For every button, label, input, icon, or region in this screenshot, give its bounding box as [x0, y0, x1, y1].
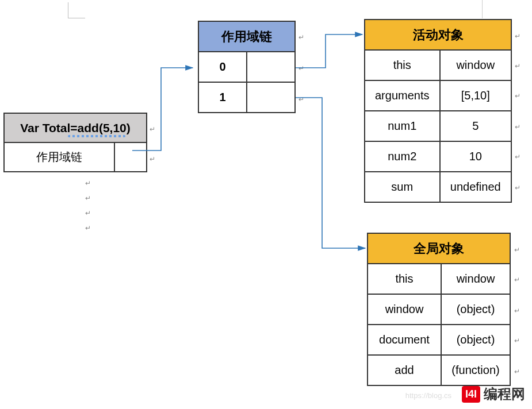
- scope-chain-title: 作用域链: [198, 21, 295, 52]
- global-obj-val: (object): [441, 294, 510, 325]
- para-mark: ↵: [85, 194, 91, 202]
- cell-mark: ↵: [515, 184, 520, 192]
- scope-chain-index: 1: [198, 82, 247, 113]
- source-box-ref-cell: [114, 142, 147, 172]
- watermark-url: https://blog.cs: [405, 391, 451, 400]
- active-obj-val: 5: [440, 111, 512, 141]
- source-box: Var Total=add(5,10) 作用域链: [3, 113, 147, 172]
- cell-mark: ↵: [514, 337, 520, 345]
- global-obj-val: window: [441, 264, 510, 294]
- scope-chain-ref: [247, 82, 295, 113]
- cell-mark: ↵: [514, 368, 520, 376]
- cell-mark: ↵: [515, 123, 520, 131]
- global-obj-val: (function): [441, 355, 510, 385]
- active-obj-val: 10: [440, 141, 512, 172]
- global-obj-key: add: [368, 355, 441, 385]
- cell-mark: ↵: [298, 95, 304, 103]
- scope-chain-table: 作用域链 0 1: [198, 21, 296, 113]
- active-obj-val: [5,10]: [440, 80, 512, 111]
- para-mark: ↵: [85, 224, 91, 232]
- margin-line-right: [482, 0, 483, 18]
- arrow-scope0-to-active: [296, 34, 362, 68]
- global-obj-val: (object): [441, 325, 510, 355]
- cell-mark: ↵: [150, 155, 155, 163]
- active-obj-key: num2: [365, 141, 440, 172]
- global-obj-key: document: [368, 325, 441, 355]
- cell-mark: ↵: [298, 33, 304, 41]
- global-obj-key: window: [368, 294, 441, 325]
- global-obj-key: this: [368, 264, 441, 294]
- arrow-scope1-to-global: [296, 98, 365, 248]
- global-object-table: 全局对象 this window window (object) documen…: [367, 233, 511, 386]
- watermark-text: 编程网: [484, 385, 525, 403]
- watermark-badge: I4I: [462, 386, 480, 403]
- active-obj-val: undefined: [440, 172, 512, 202]
- active-obj-key: this: [365, 50, 440, 80]
- active-object-table: 活动对象 this window arguments [5,10] num1 5…: [364, 19, 512, 203]
- cell-mark: ↵: [514, 246, 520, 254]
- source-box-title: Var Total=add(5,10): [4, 113, 147, 142]
- cell-mark: ↵: [298, 64, 304, 72]
- cell-mark: ↵: [515, 153, 520, 161]
- active-object-title: 活动对象: [365, 20, 511, 50]
- wavy-underline: [68, 135, 125, 137]
- watermark-logo: I4I 编程网: [462, 385, 525, 403]
- global-object-title: 全局对象: [368, 233, 510, 264]
- ruler-mark: [68, 2, 85, 18]
- cell-mark: ↵: [515, 92, 520, 100]
- scope-chain-ref: [247, 52, 295, 82]
- source-box-scope-label: 作用域链: [4, 142, 114, 172]
- active-obj-key: sum: [365, 172, 440, 202]
- active-obj-key: arguments: [365, 80, 440, 111]
- para-mark: ↵: [85, 179, 91, 187]
- cell-mark: ↵: [514, 307, 520, 315]
- cell-mark: ↵: [514, 276, 520, 284]
- para-mark: ↵: [85, 209, 91, 217]
- cell-mark: ↵: [150, 125, 155, 133]
- active-obj-val: window: [440, 50, 512, 80]
- active-obj-key: num1: [365, 111, 440, 141]
- cell-mark: ↵: [515, 62, 520, 70]
- cell-mark: ↵: [515, 32, 520, 40]
- scope-chain-index: 0: [198, 52, 247, 82]
